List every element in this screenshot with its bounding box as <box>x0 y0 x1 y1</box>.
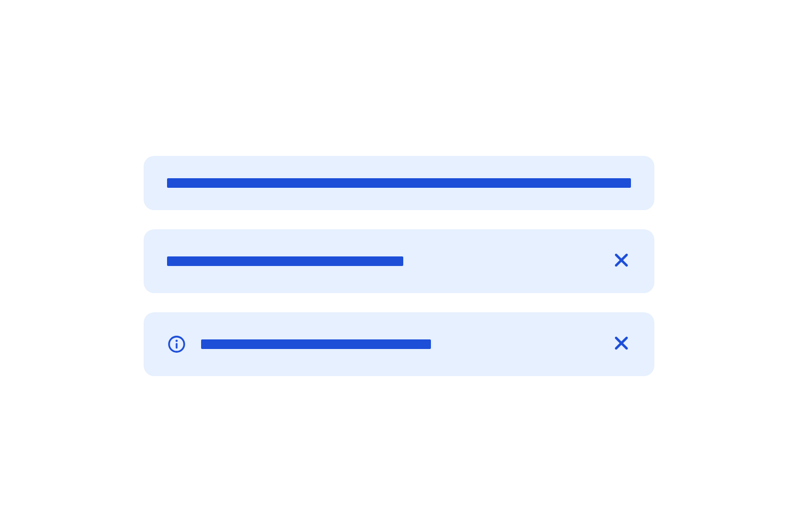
svg-rect-4 <box>176 343 177 349</box>
alert-text-placeholder <box>167 178 631 188</box>
alert-info-closable <box>144 312 654 376</box>
close-icon <box>612 251 630 271</box>
close-icon <box>612 334 630 354</box>
alert-closable <box>144 229 654 293</box>
svg-point-3 <box>176 340 178 342</box>
alert-basic <box>144 156 654 210</box>
info-icon <box>167 335 186 354</box>
close-button[interactable] <box>612 252 631 271</box>
alert-group <box>144 156 654 376</box>
alert-text-placeholder <box>201 339 431 349</box>
alert-content <box>201 339 597 349</box>
close-button[interactable] <box>612 335 631 354</box>
alert-content <box>167 178 631 188</box>
alert-text-placeholder <box>167 256 403 266</box>
alert-content <box>167 256 597 266</box>
